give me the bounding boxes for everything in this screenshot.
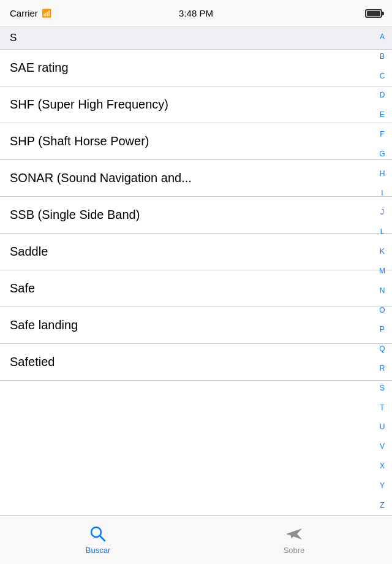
status-time: 3:48 PM (179, 8, 213, 18)
search-icon (89, 525, 107, 543)
alphabet-letter[interactable]: E (380, 111, 385, 118)
tab-sobre-label: Sobre (284, 546, 305, 555)
alphabet-letter[interactable]: N (380, 287, 385, 294)
list-item[interactable]: SSB (Single Side Band) (0, 197, 392, 234)
alphabet-letter[interactable]: Y (380, 482, 385, 489)
list-item[interactable]: Safe (0, 270, 392, 307)
tab-buscar[interactable]: Buscar (0, 525, 196, 555)
tab-sobre[interactable]: Sobre (196, 525, 392, 555)
alphabet-letter[interactable]: U (380, 423, 385, 430)
alphabet-letter[interactable]: G (379, 150, 385, 158)
alphabet-letter[interactable]: H (380, 170, 385, 177)
status-bar: Carrier 📶 3:48 PM (0, 0, 392, 27)
list-item[interactable]: Safetied (0, 344, 392, 381)
list-item[interactable]: SAE rating (0, 50, 392, 86)
alphabet-letter[interactable]: C (380, 72, 385, 80)
alphabet-letter[interactable]: M (379, 267, 385, 275)
alphabet-letter[interactable]: K (380, 248, 385, 255)
battery-icon (365, 9, 382, 18)
alphabet-letter[interactable]: L (380, 228, 385, 235)
alphabet-letter[interactable]: D (380, 91, 385, 99)
status-carrier: Carrier 📶 (10, 8, 51, 18)
list-item[interactable]: SHP (Shaft Horse Power) (0, 123, 392, 160)
list-item[interactable]: Safe landing (0, 307, 392, 344)
alphabet-letter[interactable]: A (380, 33, 385, 40)
alphabet-letter[interactable]: O (379, 307, 385, 314)
alphabet-letter[interactable]: B (380, 53, 385, 60)
wifi-icon: 📶 (42, 9, 51, 18)
list-item[interactable]: Saddle (0, 234, 392, 270)
glossary-list: SAE ratingSHF (Super High Frequency)SHP … (0, 50, 392, 381)
alphabet-letter[interactable]: T (380, 404, 384, 411)
alphabet-letter[interactable]: F (380, 131, 384, 138)
tab-buscar-label: Buscar (86, 546, 110, 555)
plane-icon (285, 525, 303, 543)
alphabet-letter[interactable]: Q (379, 345, 385, 352)
alphabet-letter[interactable]: X (380, 462, 385, 470)
alphabet-letter[interactable]: R (380, 365, 385, 372)
battery-indicator (365, 9, 382, 18)
tab-bar: Buscar Sobre (0, 515, 392, 564)
svg-line-1 (100, 536, 105, 541)
alphabet-letter[interactable]: Z (380, 501, 384, 509)
alphabet-letter[interactable]: I (381, 189, 383, 197)
alphabet-letter[interactable]: V (380, 443, 385, 450)
section-header: S (0, 27, 392, 50)
alphabet-letter[interactable]: P (380, 326, 385, 333)
alphabet-letter[interactable]: J (380, 208, 384, 216)
list-item[interactable]: SHF (Super High Frequency) (0, 86, 392, 123)
list-item[interactable]: SONAR (Sound Navigation and... (0, 160, 392, 197)
alphabet-index[interactable]: ABCDEFGHIJLKMNOPQRSTUVXYZ (376, 27, 388, 515)
alphabet-letter[interactable]: S (380, 384, 385, 392)
